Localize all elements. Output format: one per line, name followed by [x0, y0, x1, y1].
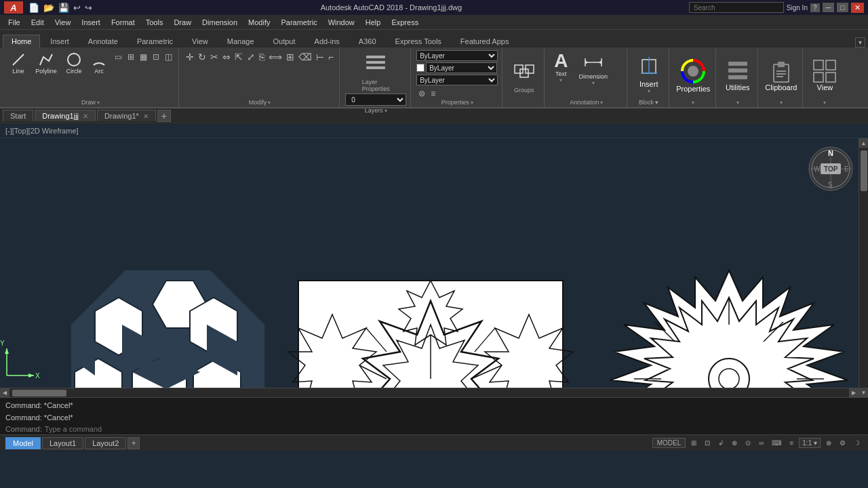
search-input[interactable] [689, 2, 784, 13]
menu-edit[interactable]: Edit [26, 17, 50, 28]
erase-button[interactable]: ⌫ [297, 50, 313, 64]
copy-button[interactable]: ⎘ [258, 50, 266, 64]
line-button[interactable]: Line [7, 50, 30, 76]
app-button[interactable]: A [4, 1, 23, 14]
menu-window[interactable]: Window [323, 17, 360, 28]
gradient-button[interactable]: ▦ [138, 52, 149, 62]
circle-button[interactable]: Circle [62, 50, 85, 76]
fillet-button[interactable]: ⌐ [327, 50, 335, 64]
scroll-down-button[interactable]: ▼ [859, 388, 869, 397]
tab-layout1[interactable]: Layout1 [42, 437, 83, 449]
drawing1-close-icon[interactable]: ✕ [143, 113, 149, 120]
groups-button[interactable]: Groups [512, 61, 536, 95]
command-input[interactable] [45, 425, 863, 433]
boundary-button[interactable]: ⊡ [151, 52, 161, 62]
array-button[interactable]: ⊞ [285, 50, 296, 64]
menu-dimension[interactable]: Dimension [197, 17, 243, 28]
scroll-up-button[interactable]: ▲ [859, 138, 869, 148]
tab-express-tools[interactable]: Express Tools [387, 35, 450, 47]
scale-display[interactable]: 1:1 ▾ [799, 438, 821, 448]
signin-label[interactable]: Sign In [787, 4, 808, 12]
scroll-thumb-v[interactable] [861, 150, 867, 191]
add-layout-button[interactable]: + [127, 437, 140, 449]
layer-properties-button[interactable]: LayerProperties [361, 50, 391, 94]
properties-panel-button[interactable]: Properties [675, 56, 711, 94]
lineweight-select[interactable]: ByLayer [416, 75, 498, 85]
menu-tools[interactable]: Tools [140, 17, 169, 28]
tab-layout2[interactable]: Layout2 [85, 437, 126, 449]
menu-format[interactable]: Format [106, 17, 140, 28]
isolate-toggle[interactable]: ☽ [851, 439, 863, 447]
view-button[interactable]: View [811, 58, 838, 93]
new-button[interactable]: 📄 [27, 2, 41, 14]
menu-parametric[interactable]: Parametric [275, 17, 322, 28]
open-button[interactable]: 📂 [42, 2, 56, 14]
region-button[interactable]: ◫ [163, 52, 174, 62]
tab-output[interactable]: Output [264, 35, 304, 47]
color-select[interactable]: ByLayer [426, 62, 497, 73]
scale-button[interactable]: ⤢ [245, 50, 256, 64]
tab-a360[interactable]: A360 [350, 35, 385, 47]
tab-annotate[interactable]: Annotate [79, 35, 127, 47]
doc-tab-drawing1[interactable]: Drawing1* ✕ [97, 110, 156, 121]
save-button[interactable]: 💾 [57, 2, 71, 14]
menu-express[interactable]: Express [386, 17, 424, 28]
undo-button[interactable]: ↩ [72, 2, 82, 14]
properties-dropdown-arrow[interactable]: ▾ [471, 100, 473, 106]
listprop-button[interactable]: ≡ [429, 88, 437, 99]
tab-view[interactable]: View [183, 35, 217, 47]
properties-arrow[interactable]: ▾ [692, 100, 694, 106]
scroll-thumb-h[interactable] [12, 390, 66, 396]
stretch-button[interactable]: ⇱ [233, 50, 244, 64]
annotation-scale-toggle[interactable]: ⊗ [823, 439, 834, 447]
menu-help[interactable]: Help [360, 17, 387, 28]
doc-tab-start[interactable]: Start [3, 110, 33, 121]
dimension-button[interactable]: Dimension ▾ [574, 50, 612, 87]
linetype-select[interactable]: ByLayer [416, 50, 498, 61]
menu-file[interactable]: File [3, 17, 26, 28]
extend-button[interactable]: ⊢ [315, 50, 326, 64]
drawing1jjj-close-icon[interactable]: ✕ [83, 113, 88, 120]
layer-combo[interactable]: 0 [345, 94, 406, 106]
menu-modify[interactable]: Modify [243, 17, 275, 28]
ribbon-collapse-button[interactable]: ▾ [855, 37, 865, 47]
tab-model[interactable]: Model [5, 437, 41, 449]
hatch-button[interactable]: ⊞ [125, 52, 136, 62]
tab-parametric[interactable]: Parametric [128, 35, 182, 47]
scroll-right-button[interactable]: ▶ [849, 388, 859, 398]
tab-addins[interactable]: Add-ins [306, 35, 349, 47]
move-button[interactable]: ✛ [184, 50, 195, 64]
tab-manage[interactable]: Manage [218, 35, 263, 47]
arc-button[interactable]: Arc [88, 50, 110, 76]
view-arrow[interactable]: ▾ [823, 100, 826, 106]
menu-draw[interactable]: Draw [168, 17, 197, 28]
modify-dropdown-arrow[interactable]: ▾ [268, 100, 271, 106]
trim-button[interactable]: ✂ [209, 50, 220, 64]
ortho-toggle[interactable]: ↲ [715, 439, 726, 447]
menu-insert[interactable]: Insert [76, 17, 106, 28]
insert-button[interactable]: Insert ▾ [637, 54, 661, 96]
horizontal-scrollbar[interactable]: ◀ ▶ [0, 388, 859, 397]
clipboard-button[interactable]: Clipboard [764, 58, 798, 93]
rotate-button[interactable]: ↻ [197, 50, 208, 64]
layers-dropdown-arrow[interactable]: ▾ [384, 108, 387, 114]
offset-button[interactable]: ⟺ [267, 50, 283, 64]
annotation-dropdown-arrow[interactable]: ▾ [600, 100, 603, 106]
object-track-toggle[interactable]: ∞ [756, 439, 766, 447]
help-button[interactable]: ? [810, 3, 820, 12]
doc-tab-drawing1jjj[interactable]: Drawing1jjj ✕ [35, 110, 96, 121]
grid-toggle[interactable]: ⊞ [688, 439, 699, 447]
dynamic-input-toggle[interactable]: ⌨ [769, 439, 784, 447]
draw-dropdown-arrow[interactable]: ▾ [97, 100, 100, 106]
utilities-arrow[interactable]: ▾ [736, 100, 739, 106]
rectangle-button[interactable]: ▭ [113, 52, 124, 62]
minimize-button[interactable]: ─ [823, 3, 835, 12]
snap-toggle[interactable]: ⊡ [702, 439, 713, 447]
lineweight-toggle[interactable]: ≡ [787, 439, 796, 447]
utilities-button[interactable]: Utilities [724, 58, 751, 93]
menu-view[interactable]: View [50, 17, 77, 28]
object-snap-toggle[interactable]: ⊙ [743, 439, 753, 447]
close-button[interactable]: ✕ [851, 3, 864, 13]
block-group-label[interactable]: Block ▾ [639, 99, 659, 106]
tab-insert[interactable]: Insert [41, 35, 78, 47]
